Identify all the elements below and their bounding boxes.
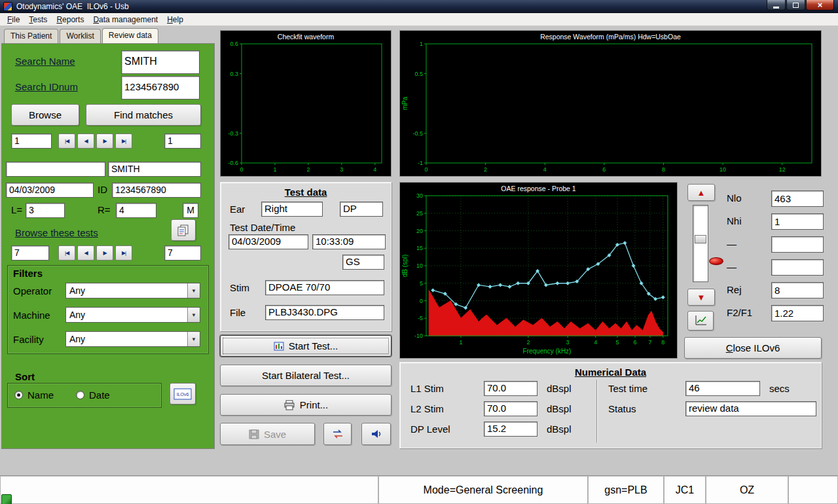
stim-label: Stim bbox=[230, 282, 249, 293]
patient-panel: Search Name SMITH Search IDnum 123456789… bbox=[1, 43, 215, 449]
filters-groupbox: Filters Operator Any ▼ Machine Any ▼ Fac… bbox=[7, 265, 209, 354]
test-type-field: DP bbox=[340, 202, 383, 217]
test-nav-first-input[interactable]: 7 bbox=[11, 245, 49, 261]
rej-field: 8 bbox=[771, 282, 824, 298]
start-test-button[interactable]: Start Test... bbox=[220, 335, 392, 357]
search-id-label: Search IDnum bbox=[15, 81, 78, 92]
ilov6-button[interactable]: ILOv6 bbox=[170, 383, 196, 405]
patient-nav-first-input[interactable]: 1 bbox=[11, 134, 52, 149]
machine-value: Any bbox=[66, 308, 187, 322]
sort-name-label: Name bbox=[27, 389, 54, 401]
patient-first-button[interactable]: |◀ bbox=[58, 134, 75, 149]
svg-text:-1: -1 bbox=[418, 160, 423, 166]
tab-this-patient[interactable]: This Patient bbox=[4, 29, 58, 44]
facility-value: Any bbox=[66, 332, 187, 346]
close-ilov6-button[interactable]: Close ILOv6 bbox=[684, 337, 822, 359]
patient-prev-button[interactable]: ◀ bbox=[77, 134, 94, 149]
checkfit-waveform-chart: 012340.60.3-0.3-0.6Checkfit waveform bbox=[220, 30, 392, 177]
test-next-button[interactable]: ▶ bbox=[96, 245, 113, 261]
sort-name-radio[interactable] bbox=[14, 391, 23, 399]
dropdown-arrow-icon[interactable]: ▼ bbox=[187, 283, 200, 298]
nhi-field: 1 bbox=[771, 213, 824, 230]
patient-last-button[interactable]: ▶| bbox=[115, 134, 132, 149]
noise-slider[interactable] bbox=[693, 205, 708, 282]
browse-tests-label: Browse these tests bbox=[15, 227, 98, 238]
filters-title: Filters bbox=[13, 268, 43, 279]
save-button[interactable]: Save bbox=[220, 423, 315, 445]
operator-dropdown[interactable]: Any ▼ bbox=[65, 283, 200, 298]
l2-stim-unit: dBspl bbox=[547, 403, 572, 414]
response-waveform-chart: 02468101210.5-0.5-1Response Waveform (mP… bbox=[399, 30, 822, 177]
slider-thumb[interactable] bbox=[695, 235, 706, 243]
patient-nav-last-input[interactable]: 1 bbox=[164, 134, 201, 149]
svg-text:-0.6: -0.6 bbox=[228, 160, 238, 166]
scroll-down-button[interactable]: ▼ bbox=[687, 289, 715, 306]
stat-dash-label-2: — bbox=[727, 261, 737, 272]
svg-text:6: 6 bbox=[634, 339, 637, 346]
tab-review-data[interactable]: Review data bbox=[102, 28, 158, 43]
titlebar: Otodynamics' OAE ILOv6 - Usb × bbox=[0, 0, 838, 13]
report-button[interactable] bbox=[171, 219, 196, 241]
find-matches-button[interactable]: Find matches bbox=[86, 104, 201, 126]
menu-reports[interactable]: Reports bbox=[52, 14, 88, 26]
test-last-button[interactable]: ▶| bbox=[115, 245, 132, 261]
maximize-button[interactable] bbox=[786, 0, 805, 10]
down-arrow-icon: ▼ bbox=[697, 293, 706, 302]
menu-tests[interactable]: Tests bbox=[24, 14, 52, 26]
scroll-up-button[interactable]: ▲ bbox=[687, 184, 715, 201]
svg-text:20: 20 bbox=[416, 228, 423, 234]
search-name-input[interactable]: SMITH bbox=[121, 50, 200, 74]
patient-next-button[interactable]: ▶ bbox=[96, 134, 113, 149]
protocol-field: GS bbox=[342, 255, 384, 270]
svg-text:OAE response - Probe 1: OAE response - Probe 1 bbox=[501, 185, 576, 192]
svg-text:0.6: 0.6 bbox=[230, 41, 238, 47]
svg-text:2: 2 bbox=[526, 339, 530, 346]
tab-worklist[interactable]: Worklist bbox=[60, 29, 100, 44]
right-count-input[interactable]: 4 bbox=[116, 203, 156, 218]
machine-dropdown[interactable]: Any ▼ bbox=[65, 307, 200, 323]
left-count-input[interactable]: 3 bbox=[26, 203, 65, 218]
dropdown-arrow-icon[interactable]: ▼ bbox=[187, 308, 200, 322]
rej-label: Rej bbox=[727, 284, 742, 295]
stat-dash-field-1 bbox=[771, 236, 824, 253]
close-icon: × bbox=[818, 1, 823, 9]
id-input[interactable]: 1234567890 bbox=[112, 183, 201, 198]
numerical-divider bbox=[596, 380, 598, 442]
operator-value: Any bbox=[66, 283, 187, 298]
facility-dropdown[interactable]: Any ▼ bbox=[65, 331, 200, 347]
test-first-button[interactable]: |◀ bbox=[58, 245, 75, 261]
status-cell-oz: OZ bbox=[706, 476, 788, 504]
surname-input[interactable]: SMITH bbox=[108, 162, 201, 177]
speaker-button[interactable] bbox=[361, 423, 391, 445]
numerical-data-title: Numerical Data bbox=[400, 367, 821, 378]
dp-level-label: DP Level bbox=[410, 423, 450, 435]
print-button[interactable]: Print... bbox=[220, 394, 392, 416]
probe-swap-button[interactable] bbox=[323, 423, 352, 445]
mini-chart-button[interactable] bbox=[687, 311, 714, 331]
dropdown-arrow-icon[interactable]: ▼ bbox=[187, 332, 200, 346]
svg-text:1: 1 bbox=[459, 339, 462, 346]
close-window-button[interactable]: × bbox=[806, 0, 834, 10]
f2f1-field: 1.22 bbox=[771, 305, 824, 321]
browse-button[interactable]: Browse bbox=[11, 104, 79, 126]
dob-input[interactable]: 04/03/2009 bbox=[6, 183, 94, 198]
test-nav-last-input[interactable]: 7 bbox=[164, 245, 201, 261]
first-name-input[interactable] bbox=[6, 162, 105, 177]
svg-text:15: 15 bbox=[416, 245, 423, 251]
menu-file[interactable]: File bbox=[3, 14, 24, 26]
search-id-input[interactable]: 1234567890 bbox=[121, 76, 200, 99]
left-count-label: L= bbox=[11, 204, 22, 215]
start-bilateral-button[interactable]: Start Bilateral Test... bbox=[220, 365, 392, 386]
menu-help[interactable]: Help bbox=[162, 14, 188, 26]
minimize-button[interactable] bbox=[767, 0, 786, 10]
right-count-label: R= bbox=[98, 204, 111, 215]
patient-tabs: This Patient Worklist Review data bbox=[4, 29, 158, 44]
sort-date-radio[interactable] bbox=[76, 391, 84, 399]
operator-label: Operator bbox=[13, 285, 52, 297]
test-prev-button[interactable]: ◀ bbox=[77, 245, 94, 261]
datetime-label: Test Date/Time bbox=[230, 222, 295, 233]
start-test-icon bbox=[274, 342, 284, 351]
menu-data-management[interactable]: Data management bbox=[88, 14, 162, 26]
search-name-label: Search Name bbox=[15, 56, 75, 67]
svg-text:3: 3 bbox=[566, 339, 570, 346]
